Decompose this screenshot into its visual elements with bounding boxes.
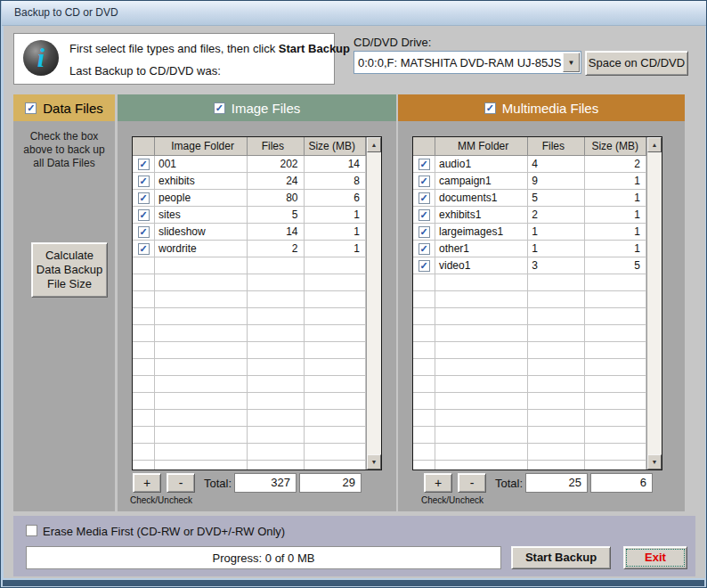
scroll-up-icon[interactable]: ▲	[647, 137, 662, 152]
progress-bar: Progress: 0 of 0 MB	[26, 546, 501, 569]
size-cell: 5	[584, 257, 646, 274]
files-count-cell: 24	[248, 172, 304, 189]
mm-check-all-button[interactable]: +	[424, 473, 452, 493]
row-checkbox[interactable]: ✓	[138, 192, 150, 204]
row-checkbox-cell: ✓	[413, 206, 435, 223]
image-check-all-button[interactable]: +	[133, 473, 161, 493]
size-cell: 1	[584, 240, 646, 257]
folder-name-cell: audio1	[435, 155, 528, 172]
row-checkbox[interactable]: ✓	[419, 159, 430, 170]
multimedia-files-table: MM Folder Files Size (MB) ✓audio142✓camp…	[412, 136, 662, 470]
size-cell: 14	[304, 155, 365, 172]
empty-row	[133, 290, 366, 307]
folder-row[interactable]: ✓video135	[413, 257, 646, 274]
multimedia-files-title: Multimedia Files	[502, 101, 598, 116]
image-files-table: Image Folder Files Size (MB) ✓00120214✓e…	[132, 136, 382, 470]
row-checkbox[interactable]: ✓	[138, 159, 150, 170]
size-cell: 1	[304, 240, 365, 257]
scroll-down-icon[interactable]: ▼	[647, 454, 662, 470]
mm-folder-column-header: MM Folder	[435, 137, 528, 155]
mm-table-scrollbar[interactable]: ▲ ▼	[646, 137, 662, 470]
image-check-uncheck-label: Check/Uncheck	[130, 495, 192, 505]
row-checkbox[interactable]: ✓	[138, 176, 150, 187]
row-checkbox[interactable]: ✓	[419, 209, 430, 221]
drive-label: CD/DVD Drive:	[354, 36, 431, 49]
image-files-panel: Image Folder Files Size (MB) ✓00120214✓e…	[118, 121, 396, 511]
row-checkbox[interactable]: ✓	[419, 260, 430, 272]
start-backup-button[interactable]: Start Backup	[511, 546, 611, 569]
image-folder-column-header: Image Folder	[155, 137, 248, 155]
image-uncheck-all-button[interactable]: -	[167, 473, 195, 493]
exit-button[interactable]: Exit	[623, 546, 687, 569]
image-files-checkbox[interactable]: ✓	[214, 102, 225, 114]
folder-row[interactable]: ✓sites51	[133, 206, 366, 223]
folder-row[interactable]: ✓people806	[133, 189, 366, 206]
files-count-cell: 80	[248, 189, 304, 206]
size-cell: 1	[584, 206, 646, 223]
folder-row[interactable]: ✓other111	[413, 240, 646, 257]
folder-row[interactable]: ✓campaign191	[413, 172, 646, 189]
space-on-cd-dvd-button[interactable]: Space on CD/DVD	[585, 51, 688, 76]
multimedia-files-checkbox[interactable]: ✓	[484, 102, 496, 114]
empty-row	[133, 392, 366, 409]
row-checkbox[interactable]: ✓	[419, 192, 430, 204]
empty-row	[133, 324, 366, 341]
folder-name-cell: people	[155, 189, 248, 206]
checkbox-column-header	[133, 137, 155, 155]
erase-media-label: Erase Media First (CD-RW or DVD+/-RW Onl…	[43, 525, 285, 538]
scroll-up-icon[interactable]: ▲	[367, 137, 381, 152]
multimedia-files-header: ✓ Multimedia Files	[398, 94, 685, 121]
size-cell: 1	[304, 206, 365, 223]
row-checkbox-cell: ✓	[133, 189, 155, 206]
folder-row[interactable]: ✓documents151	[413, 189, 646, 206]
data-files-checkbox[interactable]: ✓	[25, 102, 37, 114]
folder-row[interactable]: ✓exhibits248	[133, 172, 366, 189]
window-title: Backup to CD or DVD	[14, 6, 118, 19]
data-files-panel: Check the box above to back up all Data …	[13, 121, 115, 511]
erase-media-checkbox[interactable]	[26, 525, 37, 536]
image-table-scrollbar[interactable]: ▲ ▼	[366, 137, 381, 470]
row-checkbox-cell: ✓	[133, 172, 155, 189]
row-checkbox[interactable]: ✓	[419, 176, 430, 187]
row-checkbox[interactable]: ✓	[138, 243, 150, 255]
size-cell: 1	[584, 172, 646, 189]
empty-row	[133, 443, 366, 460]
scrollbar-track[interactable]	[647, 152, 662, 454]
size-cell: 8	[304, 172, 365, 189]
image-total-size: 29	[299, 473, 362, 493]
row-checkbox[interactable]: ✓	[419, 243, 430, 255]
scrollbar-track[interactable]	[367, 152, 381, 454]
calculate-data-backup-button[interactable]: Calculate Data Backup File Size	[31, 242, 108, 298]
folder-name-cell: other1	[435, 240, 528, 257]
folder-row[interactable]: ✓exhibits121	[413, 206, 646, 223]
data-files-header: ✓ Data Files	[13, 94, 115, 121]
size-cell: 6	[304, 189, 365, 206]
row-checkbox[interactable]: ✓	[138, 209, 150, 221]
row-checkbox[interactable]: ✓	[419, 226, 430, 238]
empty-row	[413, 274, 646, 290]
empty-row	[133, 409, 366, 426]
empty-row	[413, 290, 646, 307]
files-column-header: Files	[528, 137, 584, 155]
files-count-cell: 202	[248, 155, 304, 172]
row-checkbox-cell: ✓	[133, 240, 155, 257]
folder-row[interactable]: ✓audio142	[413, 155, 646, 172]
files-count-cell: 14	[248, 223, 304, 240]
files-count-cell: 9	[528, 172, 584, 189]
folder-row[interactable]: ✓slideshow141	[133, 223, 366, 240]
mm-uncheck-all-button[interactable]: -	[458, 473, 486, 493]
folder-row[interactable]: ✓wordrite21	[133, 240, 366, 257]
scroll-down-icon[interactable]: ▼	[367, 454, 381, 470]
empty-row	[413, 358, 646, 375]
folder-name-cell: largeimages1	[435, 223, 528, 240]
folder-name-cell: slideshow	[155, 223, 248, 240]
files-count-cell: 4	[528, 155, 584, 172]
folder-row[interactable]: ✓largeimages111	[413, 223, 646, 240]
chevron-down-icon[interactable]: ▼	[563, 53, 580, 72]
row-checkbox-cell: ✓	[413, 240, 435, 257]
last-backup-text: Last Backup to CD/DVD was:	[69, 64, 221, 78]
folder-row[interactable]: ✓00120214	[133, 155, 366, 172]
drive-select[interactable]: 0:0:0,F: MATSHITA DVD-RAM UJ-85JS F11 ▼	[354, 51, 581, 74]
data-files-title: Data Files	[43, 101, 103, 116]
row-checkbox[interactable]: ✓	[138, 226, 150, 238]
